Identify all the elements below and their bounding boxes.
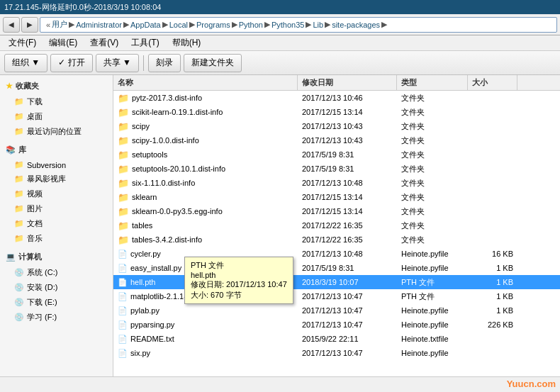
favorites-section: ★ 收藏夹 📁 下载 📁 桌面 📁 最近访问的位置	[0, 78, 113, 139]
file-name: 📁 sklearn-0.0-py3.5.egg-info	[113, 206, 298, 217]
sidebar-item-subversion[interactable]: 📁 Subversion	[0, 158, 113, 172]
sidebar-item-pictures[interactable]: 📁 图片	[0, 201, 113, 216]
burn-button[interactable]: 刻录	[148, 54, 181, 72]
file-type: 文件夹	[397, 135, 468, 146]
file-row[interactable]: 📄 six.py 2017/12/13 10:47 Heinote.pyfile	[113, 346, 560, 360]
file-type: Heinote.pyfile	[397, 250, 468, 258]
sidebar-item-download[interactable]: 📁 下载	[0, 94, 113, 109]
sidebar-item-recent[interactable]: 📁 最近访问的位置	[0, 124, 113, 139]
sidebar-item-documents-label: 文档	[27, 218, 43, 229]
file-row[interactable]: 📄 matplotlib-2.1.1-py3.5-nspkg.pth 2017/…	[113, 289, 560, 303]
col-header-size[interactable]: 大小	[468, 75, 517, 90]
file-list-body[interactable]: 📁 pytz-2017.3.dist-info 2017/12/13 10:46…	[113, 91, 560, 376]
path-item-local[interactable]: Local	[169, 21, 188, 29]
file-type: 文件夹	[397, 220, 468, 231]
path-item-python35[interactable]: Python35	[271, 21, 304, 29]
tooltip: PTH 文件 hell.pth 修改日期: 2017/12/13 10:47 大…	[184, 257, 293, 304]
file-name: 📄 six.py	[113, 349, 298, 358]
file-row[interactable]: 📄 README.txt 2015/9/22 22:11 Heinote.txt…	[113, 332, 560, 346]
address-path[interactable]: « 用户 ▶ Administrator ▶ AppData ▶ Local ▶…	[40, 17, 557, 33]
sidebar-item-desktop[interactable]: 📁 桌面	[0, 109, 113, 124]
path-item-admin[interactable]: Administrator	[76, 21, 122, 29]
path-item-lib[interactable]: Lib	[313, 21, 323, 29]
file-row[interactable]: 📁 pytz-2017.3.dist-info 2017/12/13 10:46…	[113, 91, 560, 105]
col-header-date[interactable]: 修改日期	[298, 75, 397, 90]
library-section: 📚 库 📁 Subversion 📁 暴风影视库 📁 视频 📁 图片 📁	[0, 142, 113, 246]
status-bar	[0, 376, 560, 392]
col-header-type[interactable]: 类型	[397, 75, 468, 90]
file-row[interactable]: 📁 tables 2017/12/22 16:35 文件夹	[113, 218, 560, 233]
title-text: 17.21.145-网络延时0.0秒-2018/3/19 10:08:04	[4, 2, 161, 13]
menu-edit[interactable]: 编辑(E)	[43, 35, 83, 50]
sidebar-item-pictures-label: 图片	[27, 203, 43, 214]
path-item-appdata[interactable]: AppData	[130, 21, 161, 29]
file-row[interactable]: 📄 pyparsing.py 2017/12/13 10:47 Heinote.…	[113, 318, 560, 332]
sidebar-item-e-label: 下载 (E:)	[27, 297, 57, 308]
file-type: Heinote.pyfile	[397, 306, 468, 315]
file-row[interactable]: 📁 setuptools-20.10.1.dist-info 2017/5/19…	[113, 162, 560, 176]
file-date: 2017/5/19 8:31	[298, 164, 397, 173]
menu-view[interactable]: 查看(V)	[84, 35, 124, 50]
menu-file[interactable]: 文件(F)	[3, 35, 42, 50]
path-item-programs[interactable]: Programs	[196, 21, 230, 29]
folder-icon: 📁	[14, 174, 24, 184]
path-item-user[interactable]: 用户	[52, 19, 67, 30]
drive-icon: 💿	[14, 313, 24, 322]
sidebar-item-c[interactable]: 💿 系统 (C:)	[0, 265, 113, 280]
file-row[interactable]: 📁 scipy-1.0.0.dist-info 2017/12/13 10:43…	[113, 133, 560, 147]
file-row[interactable]: 📄 easy_install.py 2017/5/19 8:31 Heinote…	[113, 261, 560, 275]
newfolder-button[interactable]: 新建文件夹	[184, 54, 242, 72]
file-row[interactable]: 📁 scipy 2017/12/13 10:43 文件夹	[113, 119, 560, 133]
file-row[interactable]: 📄 cycler.py 2017/12/13 10:48 Heinote.pyf…	[113, 247, 560, 261]
tooltip-line1: PTH 文件	[191, 260, 287, 271]
file-row[interactable]: 📁 tables-3.4.2.dist-info 2017/12/22 16:3…	[113, 233, 560, 247]
menu-help[interactable]: 帮助(H)	[167, 35, 207, 50]
file-type: 文件夹	[397, 192, 468, 203]
file-name: 📁 sklearn	[113, 192, 298, 203]
sidebar-item-video[interactable]: 📁 视频	[0, 186, 113, 201]
file-row[interactable]: 📄 hell.pth 2018/3/19 10:07 PTH 文件 1 KB	[113, 275, 560, 289]
file-row[interactable]: 📁 sklearn-0.0-py3.5.egg-info 2017/12/15 …	[113, 204, 560, 218]
sidebar-item-music[interactable]: 📁 音乐	[0, 231, 113, 246]
file-date: 2018/3/19 10:07	[298, 278, 397, 286]
sidebar-item-subversion-label: Subversion	[27, 161, 66, 169]
folder-icon: 📁	[14, 97, 24, 106]
organize-button[interactable]: 组织 ▼	[4, 54, 47, 72]
sidebar-item-baofeng[interactable]: 📁 暴风影视库	[0, 172, 113, 186]
sidebar-item-documents[interactable]: 📁 文档	[0, 216, 113, 231]
col-header-name[interactable]: 名称	[113, 75, 298, 90]
file-row[interactable]: 📄 pylab.py 2017/12/13 10:47 Heinote.pyfi…	[113, 303, 560, 318]
sidebar-item-e[interactable]: 💿 下载 (E:)	[0, 295, 113, 310]
path-item-python[interactable]: Python	[239, 21, 263, 29]
file-row[interactable]: 📁 setuptools 2017/5/19 8:31 文件夹	[113, 147, 560, 162]
file-name: 📁 scikit-learn-0.19.1.dist-info	[113, 107, 298, 118]
folder-icon: 📁	[118, 220, 129, 231]
file-name: 📁 scipy	[113, 121, 298, 132]
sidebar-item-d[interactable]: 💿 安装 (D:)	[0, 280, 113, 295]
open-button[interactable]: ✓ 打开	[50, 54, 92, 72]
drive-icon: 💿	[14, 298, 24, 307]
forward-button[interactable]: ▶	[21, 17, 38, 33]
library-header[interactable]: 📚 库	[0, 142, 113, 158]
computer-header[interactable]: 💻 计算机	[0, 249, 113, 265]
file-name: 📁 setuptools-20.10.1.dist-info	[113, 164, 298, 174]
share-button[interactable]: 共享 ▼	[96, 54, 139, 72]
sidebar-item-f[interactable]: 💿 学习 (F:)	[0, 310, 113, 325]
folder-icon: 📁	[14, 160, 24, 169]
favorites-header[interactable]: ★ 收藏夹	[0, 78, 113, 94]
sidebar-item-video-label: 视频	[27, 189, 43, 199]
path-item-sitepackages[interactable]: site-packages	[332, 21, 380, 29]
file-name: 📄 README.txt	[113, 335, 298, 344]
sidebar-item-d-label: 安装 (D:)	[27, 282, 57, 293]
menu-tools[interactable]: 工具(T)	[125, 35, 164, 50]
file-row[interactable]: 📁 six-1.11.0.dist-info 2017/12/13 10:48 …	[113, 176, 560, 190]
file-date: 2017/12/13 10:47	[298, 320, 397, 329]
sidebar-item-f-label: 学习 (F:)	[27, 312, 57, 323]
favorites-label: 收藏夹	[16, 81, 39, 91]
folder-icon: 📁	[118, 164, 129, 174]
file-row[interactable]: 📁 sklearn 2017/12/15 13:14 文件夹	[113, 190, 560, 204]
file-row[interactable]: 📁 scikit-learn-0.19.1.dist-info 2017/12/…	[113, 105, 560, 119]
file-type: 文件夹	[397, 150, 468, 160]
back-button[interactable]: ◀	[3, 17, 20, 33]
file-size: 16 KB	[468, 250, 517, 258]
